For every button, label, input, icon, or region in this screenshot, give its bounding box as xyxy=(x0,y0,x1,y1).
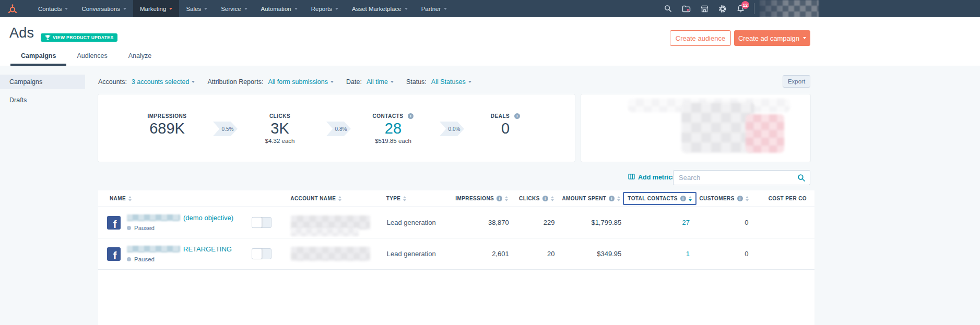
nav-item-partner[interactable]: Partner xyxy=(415,0,454,17)
campaign-link[interactable]: RETARGETING xyxy=(183,245,232,253)
type-cell: Lead generation xyxy=(387,219,455,226)
campaign-link[interactable]: (demo objective) xyxy=(183,214,233,222)
column-header-cost-per-contact[interactable]: COST PER CO xyxy=(753,196,814,201)
metric-impressions: IMPRESSIONS 689K xyxy=(125,113,209,145)
create-audience-button[interactable]: Create audience xyxy=(670,30,731,46)
info-icon[interactable] xyxy=(737,196,743,201)
info-icon[interactable] xyxy=(542,196,548,201)
marketplace-icon[interactable] xyxy=(701,5,709,13)
info-icon[interactable] xyxy=(514,113,520,119)
status-dot-icon xyxy=(127,257,131,261)
nav-icon-cluster: 12 xyxy=(664,0,745,17)
hubspot-sprocket-logo[interactable] xyxy=(7,4,18,14)
column-header-clicks[interactable]: CLICKS xyxy=(514,196,557,201)
trophy-icon xyxy=(45,34,51,41)
export-button[interactable]: Export xyxy=(783,75,810,88)
nav-item-automation[interactable]: Automation xyxy=(254,0,304,17)
tab-audiences[interactable]: Audiences xyxy=(66,48,117,66)
sort-icon[interactable] xyxy=(403,196,406,201)
type-cell: Lead generation xyxy=(387,250,455,258)
column-header-type[interactable]: TYPE xyxy=(386,196,454,201)
chart-card-redacted xyxy=(581,94,810,162)
notifications-bell-icon[interactable]: 12 xyxy=(737,5,745,13)
search-icon[interactable] xyxy=(797,174,806,184)
nav-item-conversations[interactable]: Conversations xyxy=(75,0,133,17)
campaigns-table: NAME ACCOUNT NAME TYPE IMPRESSIONS CLICK… xyxy=(98,190,814,325)
selected-column-highlight: TOTAL CONTACTS xyxy=(623,192,696,205)
contacts-cost-each: $519.85 each xyxy=(351,138,435,145)
column-header-name[interactable]: NAME xyxy=(98,196,252,201)
info-icon[interactable] xyxy=(680,196,686,201)
filters-bar: Accounts: 3 accounts selected Attributio… xyxy=(98,75,484,89)
chevron-down-icon xyxy=(391,81,394,83)
sort-icon[interactable] xyxy=(617,196,620,201)
date-filter-dropdown[interactable]: All time xyxy=(367,78,394,86)
table-search xyxy=(673,170,810,185)
content-area: Campaigns Drafts Accounts: 3 accounts se… xyxy=(0,66,980,325)
sidebar-item-campaigns[interactable]: Campaigns xyxy=(0,75,85,89)
amount-spent-cell: $349.95 xyxy=(557,250,624,258)
chevron-down-icon xyxy=(444,8,447,10)
redacted-chart-blur xyxy=(746,114,784,153)
search-icon[interactable] xyxy=(664,5,672,13)
column-header-impressions[interactable]: IMPRESSIONS xyxy=(454,196,514,201)
table-row: RETARGETING Paused Lead generation 2,601… xyxy=(98,238,814,270)
account-name-redacted xyxy=(291,215,370,230)
status-badge: Paused xyxy=(134,256,155,262)
sort-icon[interactable] xyxy=(551,196,554,201)
nav-menu: Contacts Conversations Marketing Sales S… xyxy=(31,0,454,17)
column-header-total-contacts[interactable]: TOTAL CONTACTS xyxy=(623,192,700,205)
clicks-value: 3K xyxy=(238,120,322,137)
accounts-filter-label: Accounts: xyxy=(98,78,127,86)
customers-cell: 0 xyxy=(701,219,752,226)
nav-item-contacts[interactable]: Contacts xyxy=(31,0,75,17)
column-header-customers[interactable]: CUSTOMERS xyxy=(701,196,753,201)
column-header-account-name[interactable]: ACCOUNT NAME xyxy=(290,196,386,201)
sidebar-item-drafts[interactable]: Drafts xyxy=(0,93,85,107)
nav-item-asset-marketplace[interactable]: Asset Marketplace xyxy=(345,0,415,17)
sort-icon[interactable] xyxy=(338,196,341,201)
status-filter-dropdown[interactable]: All Statuses xyxy=(431,78,471,86)
settings-gear-icon[interactable] xyxy=(718,5,727,13)
create-ad-campaign-button[interactable]: Create ad campaign xyxy=(734,30,810,46)
accounts-filter-dropdown[interactable]: 3 accounts selected xyxy=(132,78,195,86)
tab-campaigns[interactable]: Campaigns xyxy=(10,48,66,66)
sort-icon[interactable] xyxy=(128,196,132,201)
chevron-down-icon xyxy=(468,81,471,83)
facebook-icon xyxy=(107,216,121,230)
info-icon[interactable] xyxy=(497,196,502,201)
add-metrics-icon xyxy=(628,174,635,181)
contacts-value: 28 xyxy=(351,120,435,137)
sort-icon[interactable] xyxy=(746,196,749,201)
conversion-rate-arrow: 0.8% xyxy=(326,122,351,136)
campaign-on-off-toggle[interactable] xyxy=(252,248,271,259)
sort-icon[interactable] xyxy=(505,196,508,201)
notification-count-badge: 12 xyxy=(741,1,749,9)
toggle-cell xyxy=(252,248,291,259)
nav-item-marketing[interactable]: Marketing xyxy=(133,0,180,17)
view-product-updates-badge[interactable]: VIEW PRODUCT UPDATES xyxy=(41,33,117,42)
search-input[interactable] xyxy=(674,171,810,185)
nav-item-reports[interactable]: Reports xyxy=(304,0,345,17)
status-badge: Paused xyxy=(134,225,155,231)
nav-item-service[interactable]: Service xyxy=(214,0,254,17)
chevron-down-icon xyxy=(244,8,247,10)
total-contacts-link[interactable]: 1 xyxy=(686,250,690,258)
chevron-down-icon xyxy=(803,37,806,39)
attribution-filter-dropdown[interactable]: All form submissions xyxy=(268,78,334,86)
column-header-amount-spent[interactable]: AMOUNT SPENT xyxy=(557,196,623,201)
attribution-filter: Attribution Reports: All form submission… xyxy=(207,78,334,86)
chevron-down-icon xyxy=(192,81,195,83)
folder-icon[interactable] xyxy=(682,5,691,13)
info-icon[interactable] xyxy=(408,113,414,119)
sort-icon-active[interactable] xyxy=(689,196,692,201)
chevron-down-icon xyxy=(294,8,298,10)
campaign-on-off-toggle[interactable] xyxy=(252,217,271,228)
info-icon[interactable] xyxy=(609,196,615,201)
account-name-redacted xyxy=(291,247,370,261)
add-metrics-link[interactable]: Add metrics xyxy=(628,174,676,181)
impressions-cell: 2,601 xyxy=(455,250,515,258)
nav-item-sales[interactable]: Sales xyxy=(179,0,214,17)
total-contacts-link[interactable]: 27 xyxy=(682,219,690,226)
tab-analyze[interactable]: Analyze xyxy=(118,48,162,66)
